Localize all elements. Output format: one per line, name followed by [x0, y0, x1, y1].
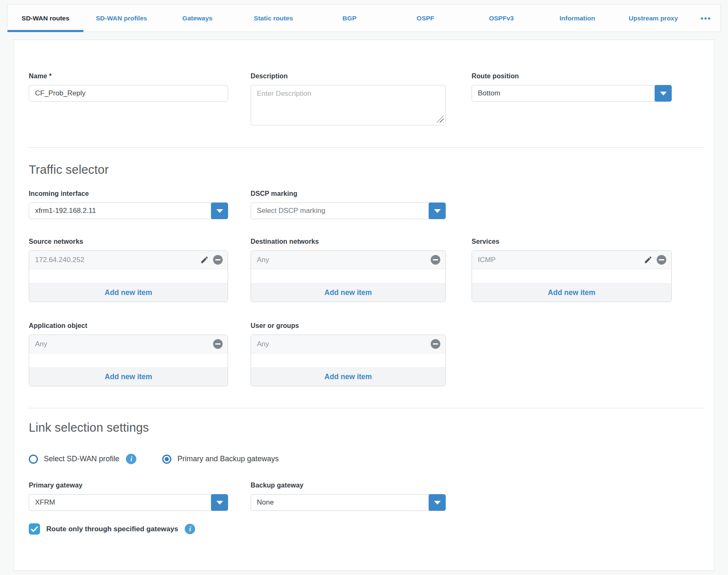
radio-label: Primary and Backup gateways [177, 455, 279, 463]
primary-gateway-label: Primary gateway [29, 482, 228, 489]
route-only-label: Route only through specified gateways [46, 525, 178, 533]
traffic-selector-heading: Traffic selector [29, 163, 714, 177]
list-empty-space [29, 269, 228, 283]
backup-gateway-dropdown[interactable]: None [251, 494, 446, 511]
edit-pencil-icon[interactable] [644, 255, 653, 264]
application-object-list: Any Add new item [29, 335, 228, 386]
source-networks-label: Source networks [29, 238, 228, 245]
list-empty-space [472, 269, 671, 283]
name-input[interactable] [29, 85, 228, 102]
list-empty-space [251, 353, 445, 368]
route-position-value: Bottom [478, 89, 500, 98]
radio-label: Select SD-WAN profile [44, 455, 119, 463]
list-item: 172.64.240.252 [29, 251, 228, 269]
dscp-marking-placeholder: Select DSCP marking [257, 207, 325, 215]
tab-sdwan-profiles[interactable]: SD-WAN profiles [83, 5, 159, 32]
incoming-interface-label: Incoming interface [29, 190, 228, 198]
primary-gateway-dropdown[interactable]: XFRM [29, 494, 228, 511]
list-empty-space [29, 353, 228, 368]
radio-selected-icon[interactable] [162, 455, 171, 464]
link-selection-heading: Link selection settings [29, 421, 714, 435]
add-new-item-button[interactable]: Add new item [29, 283, 228, 302]
remove-minus-icon[interactable] [213, 255, 223, 265]
section-divider [29, 408, 704, 408]
user-or-groups-list: Any Add new item [251, 335, 446, 386]
add-new-item-button[interactable]: Add new item [251, 283, 445, 302]
services-list: ICMP Add new item [472, 250, 672, 302]
tab-static-routes[interactable]: Static routes [236, 5, 311, 32]
backup-gateway-label: Backup gateway [251, 482, 446, 489]
list-item-text: 172.64.240.252 [35, 256, 84, 264]
radio-select-sdwan-profile[interactable]: Select SD-WAN profile i [29, 454, 136, 464]
chevron-down-icon[interactable] [211, 202, 228, 219]
tab-sdwan-routes[interactable]: SD-WAN routes [8, 5, 83, 32]
chevron-down-icon[interactable] [211, 494, 228, 511]
chevron-down-icon[interactable] [429, 494, 446, 511]
list-item: Any [29, 335, 228, 353]
list-item-text: Any [257, 340, 269, 348]
info-icon[interactable]: i [126, 454, 136, 464]
tab-ospfv3[interactable]: OSPFv3 [463, 5, 539, 32]
route-position-dropdown[interactable]: Bottom [472, 85, 672, 102]
chevron-down-icon[interactable] [655, 85, 672, 102]
section-divider [29, 148, 704, 148]
tab-information[interactable]: Information [540, 5, 615, 32]
remove-minus-icon[interactable] [213, 339, 223, 349]
list-item: ICMP [472, 251, 671, 269]
route-position-label: Route position [472, 72, 672, 80]
tab-upstream-proxy[interactable]: Upstream proxy [615, 5, 691, 32]
edit-pencil-icon[interactable] [200, 255, 209, 264]
tab-ospf[interactable]: OSPF [387, 5, 463, 32]
application-object-label: Application object [29, 322, 228, 330]
chevron-down-icon[interactable] [429, 202, 446, 219]
tab-bar: SD-WAN routes SD-WAN profiles Gateways S… [7, 4, 721, 32]
name-label: Name * [29, 72, 228, 80]
primary-gateway-value: XFRM [35, 498, 55, 507]
list-empty-space [251, 269, 445, 283]
list-item: Any [251, 335, 445, 353]
source-networks-list: 172.64.240.252 Add new item [29, 250, 228, 302]
tab-overflow-ellipsis-icon[interactable]: ••• [691, 5, 720, 32]
list-item-text: ICMP [478, 256, 496, 264]
destination-networks-label: Destination networks [251, 238, 446, 245]
info-icon[interactable]: i [185, 524, 195, 534]
remove-minus-icon[interactable] [657, 255, 666, 265]
sdwan-route-form-card: Name * Description Route position Bottom… [14, 40, 714, 571]
radio-unselected-icon[interactable] [29, 455, 38, 464]
incoming-interface-dropdown[interactable]: xfrm1-192.168.2.11 [29, 202, 228, 219]
remove-minus-icon[interactable] [431, 255, 440, 265]
remove-minus-icon[interactable] [431, 339, 440, 349]
destination-networks-list: Any Add new item [251, 250, 446, 302]
list-item-text: Any [35, 340, 47, 348]
description-textarea[interactable] [251, 85, 446, 125]
tab-gateways[interactable]: Gateways [159, 5, 235, 32]
incoming-interface-value: xfrm1-192.168.2.11 [35, 207, 96, 215]
description-label: Description [251, 72, 446, 80]
tab-bgp[interactable]: BGP [311, 5, 387, 32]
checkmark-icon [31, 526, 38, 532]
list-item-text: Any [257, 256, 269, 264]
services-label: Services [472, 238, 672, 245]
dscp-marking-dropdown[interactable]: Select DSCP marking [251, 202, 446, 219]
user-or-groups-label: User or groups [251, 322, 446, 330]
add-new-item-button[interactable]: Add new item [251, 368, 445, 386]
dscp-marking-label: DSCP marking [251, 190, 446, 198]
backup-gateway-value: None [257, 498, 274, 507]
add-new-item-button[interactable]: Add new item [472, 283, 671, 302]
radio-primary-backup-gateways[interactable]: Primary and Backup gateways [162, 455, 279, 464]
list-item: Any [251, 251, 445, 269]
route-only-checkbox[interactable] [29, 523, 40, 535]
add-new-item-button[interactable]: Add new item [29, 368, 228, 386]
